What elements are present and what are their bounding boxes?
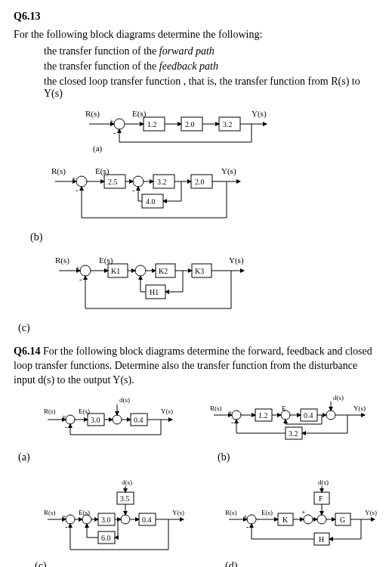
svg-point-124 <box>317 515 326 524</box>
svg-text:Y(s): Y(s) <box>161 407 173 415</box>
block-c-k1: K1 <box>111 267 120 275</box>
block-b3: 2.0 <box>195 178 205 186</box>
block-a3: 3.2 <box>223 120 233 129</box>
svg-text:d(s): d(s) <box>318 479 329 486</box>
q614-row-cd: d(s) R(s) E(s) Y(s) 3.5 + - 3.0 0.4 <box>14 477 378 567</box>
svg-text:-: - <box>65 522 67 531</box>
label-Y: Y(s) <box>221 166 236 176</box>
svg-text:-: - <box>246 522 248 531</box>
svg-text:6.0: 6.0 <box>101 534 111 542</box>
svg-text:G: G <box>340 516 345 524</box>
q614-diagram-c: d(s) R(s) E(s) Y(s) 3.5 + - 3.0 0.4 <box>14 477 202 567</box>
block-b2: 3.2 <box>157 178 167 186</box>
q613-number: Q6.13 <box>14 11 378 23</box>
svg-text:-: - <box>76 186 78 194</box>
bullet-2: the transfer function of the feedback pa… <box>44 60 378 73</box>
svg-text:d(s): d(s) <box>333 394 344 401</box>
bullet-3: the closed loop transfer function , that… <box>44 76 378 100</box>
block-b1: 2.5 <box>108 178 118 186</box>
part-b-label: (b) <box>30 231 378 243</box>
svg-text:d(s): d(s) <box>119 396 130 404</box>
block-a2: 2.0 <box>185 120 195 129</box>
block-c-k2: K2 <box>159 267 168 275</box>
svg-text:3.0: 3.0 <box>101 516 111 524</box>
part-a-label: (a) <box>93 144 103 153</box>
svg-text:-: - <box>113 129 116 137</box>
block-b4: 4.0 <box>146 197 156 206</box>
svg-text:Y(s): Y(s) <box>365 509 377 516</box>
block-a1: 1.2 <box>147 120 157 129</box>
svg-text:R(s): R(s) <box>225 509 237 516</box>
part-c-label: (c) <box>35 560 202 567</box>
svg-point-75 <box>326 411 335 420</box>
bullet-1: the transfer function of the forward pat… <box>44 45 378 57</box>
svg-point-33 <box>135 265 146 276</box>
part-d-label: (d) <box>225 560 384 567</box>
label-Y: Y(s) <box>252 109 267 119</box>
svg-text:Y(s): Y(s) <box>172 509 184 516</box>
svg-text:Y(s): Y(s) <box>353 404 366 412</box>
block-c-k3: K3 <box>195 267 204 275</box>
svg-point-18 <box>133 176 144 187</box>
part-b-label: (b) <box>218 451 376 463</box>
q614-row-ab: R(s) E(s) d(s) Y(s) + - 3.0 0.4 (a) R(s)… <box>14 391 378 463</box>
label-Y: Y(s) <box>229 256 244 265</box>
svg-text:F: F <box>319 494 323 503</box>
svg-text:-: - <box>65 423 67 431</box>
svg-text:R(s): R(s) <box>44 509 56 516</box>
q614-diagram-a: R(s) E(s) d(s) Y(s) + - 3.0 0.4 (a) <box>14 391 187 463</box>
svg-point-0 <box>114 119 125 129</box>
label-R: R(s) <box>51 166 66 176</box>
svg-text:0.4: 0.4 <box>142 516 152 524</box>
svg-text:R(s): R(s) <box>44 407 56 415</box>
q613-diagram-c: R(s) E(s) Y(s) + - K1 K2 K3 H1 (c) <box>14 254 378 334</box>
q613-bullets: the transfer function of the forward pat… <box>44 45 378 100</box>
svg-text:1.2: 1.2 <box>258 411 268 420</box>
part-c-label: (c) <box>18 322 378 334</box>
block-c-h1: H1 <box>150 288 159 296</box>
svg-point-26 <box>80 265 91 276</box>
q613-diagram-b: R(s) E(s) Y(s) + - 2.5 - 3.2 2.0 4.0 (b) <box>14 163 378 243</box>
svg-text:H: H <box>319 535 324 544</box>
part-a-label: (a) <box>18 451 187 463</box>
svg-text:+: + <box>301 508 306 516</box>
q614-diagram-b: R(s) E d(s) Y(s) + - 1.2 0.4 3.2 <box>187 391 376 463</box>
svg-text:3.5: 3.5 <box>120 494 130 503</box>
label-R: R(s) <box>85 109 100 119</box>
label-R: R(s) <box>55 256 69 265</box>
svg-point-98 <box>121 515 130 524</box>
svg-text:d(s): d(s) <box>122 479 132 486</box>
q613-intro: For the following block diagrams determi… <box>14 29 378 41</box>
svg-point-11 <box>76 176 87 187</box>
svg-text:3.0: 3.0 <box>91 416 100 424</box>
q613-diagram-a: R(s) E(s) Y(s) + - 1.2 2.0 3.2 (a) <box>14 107 378 153</box>
svg-point-52 <box>113 415 122 424</box>
svg-text:3.2: 3.2 <box>289 429 298 438</box>
q614-text: Q6.14 For the following block diagrams d… <box>14 345 378 388</box>
svg-text:E(s): E(s) <box>261 509 273 516</box>
svg-text:-: - <box>79 275 82 284</box>
q614-diagram-d: d(s) R(s) E(s) Y(s) F + - K + G <box>202 477 384 567</box>
svg-text:0.4: 0.4 <box>134 416 144 424</box>
svg-text:0.4: 0.4 <box>304 411 313 420</box>
svg-text:-: - <box>132 186 134 194</box>
svg-text:-: - <box>231 418 233 426</box>
svg-text:K: K <box>282 516 289 524</box>
svg-text:R(s): R(s) <box>210 404 222 412</box>
